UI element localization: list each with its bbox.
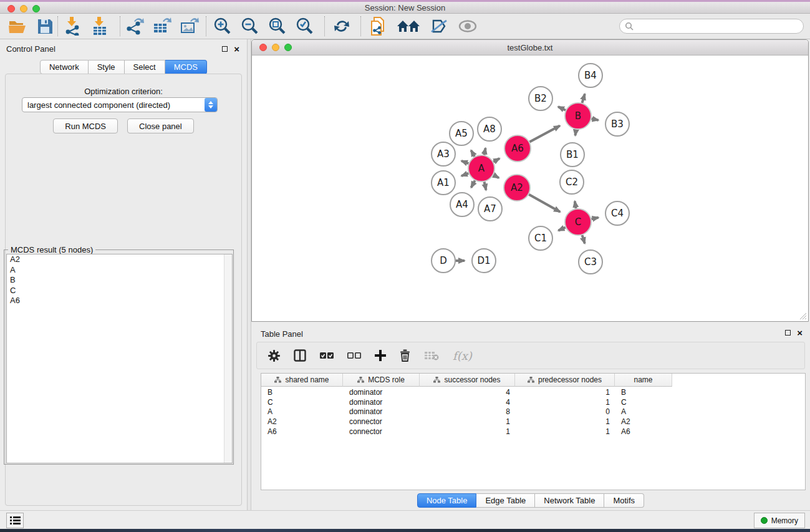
node-A8[interactable]: A8 (478, 117, 501, 141)
network-window-titlebar[interactable]: testGlobe.txt (252, 40, 808, 56)
zoom-in-icon[interactable] (212, 16, 232, 36)
tab-edge-table[interactable]: Edge Table (476, 493, 535, 508)
edge-A-A4[interactable] (471, 180, 475, 187)
node-table[interactable]: shared nameMCDS rolesuccessor nodesprede… (261, 373, 806, 490)
network-graph[interactable]: AA1A2A3A4A5A6A7A8BB1B2B3B4CC1C2C3C4DD1 (252, 56, 808, 321)
deselect-all-icon[interactable] (347, 351, 361, 360)
table-row[interactable]: Adominator80A (261, 407, 805, 417)
tab-node-table[interactable]: Node Table (417, 493, 477, 508)
node-C[interactable]: C (565, 209, 591, 235)
select-all-icon[interactable] (320, 351, 334, 360)
edge-A-A2[interactable] (493, 175, 499, 178)
network-minimize-button[interactable] (272, 44, 279, 51)
edge-A-A6[interactable] (493, 158, 499, 162)
function-builder-icon[interactable]: f(x) (453, 349, 472, 362)
network-canvas[interactable]: AA1A2A3A4A5A6A7A8BB1B2B3B4CC1C2C3C4DD1 (252, 56, 808, 321)
tab-network-table[interactable]: Network Table (535, 493, 604, 508)
export-image-icon[interactable] (180, 16, 200, 36)
edge-A2-C[interactable] (529, 195, 560, 212)
search-input[interactable] (634, 20, 803, 32)
delete-row-icon[interactable] (400, 349, 410, 362)
edge-B-B2[interactable] (558, 107, 566, 110)
node-B2[interactable]: B2 (529, 87, 552, 110)
node-B1[interactable]: B1 (561, 143, 584, 167)
close-panel-button[interactable]: Close panel (127, 118, 194, 133)
open-session-icon[interactable] (7, 16, 27, 36)
edge-B-B1[interactable] (576, 130, 576, 136)
zoom-selected-icon[interactable] (294, 16, 314, 36)
column-header-MCDS-role[interactable]: MCDS role (343, 374, 420, 387)
table-row[interactable]: Cdominator41C (261, 397, 805, 407)
node-C2[interactable]: C2 (560, 170, 584, 194)
import-table-icon[interactable] (90, 16, 110, 36)
result-item-b[interactable]: B (7, 275, 232, 286)
result-scrollbar[interactable] (224, 254, 232, 463)
import-network-icon[interactable] (62, 16, 82, 36)
column-header-shared-name[interactable]: shared name (261, 374, 343, 387)
edge-A-A5[interactable] (471, 150, 475, 157)
edge-A-A8[interactable] (484, 148, 485, 155)
node-A1[interactable]: A1 (432, 171, 455, 195)
home-icon[interactable] (397, 16, 420, 36)
close-panel-icon[interactable]: × (234, 44, 239, 54)
node-D[interactable]: D (432, 249, 455, 273)
hide-labels-icon[interactable] (429, 16, 449, 36)
tab-motifs[interactable]: Motifs (604, 493, 644, 508)
edge-B-B3[interactable] (592, 118, 599, 120)
node-C4[interactable]: C4 (605, 201, 629, 225)
close-window-button[interactable] (7, 5, 15, 12)
node-B[interactable]: B (565, 103, 591, 129)
optimization-criterion-select[interactable]: largest connected component (directed) (22, 97, 218, 112)
edge-A-A7[interactable] (485, 182, 486, 190)
result-item-a[interactable]: A (7, 265, 232, 276)
node-D1[interactable]: D1 (472, 249, 496, 273)
zoom-window-button[interactable] (32, 5, 40, 12)
edge-C-C4[interactable] (592, 218, 599, 220)
node-B3[interactable]: B3 (605, 112, 629, 136)
delete-table-icon[interactable] (424, 351, 439, 360)
edge-A-A3[interactable] (461, 161, 468, 163)
zoom-fit-icon[interactable] (267, 16, 287, 36)
node-C1[interactable]: C1 (529, 226, 552, 250)
tab-mcds[interactable]: MCDS (165, 60, 207, 74)
tab-style[interactable]: Style (89, 60, 125, 74)
edge-C-C2[interactable] (575, 201, 576, 209)
node-C3[interactable]: C3 (579, 250, 602, 274)
edge-A-A1[interactable] (461, 173, 468, 176)
node-A6[interactable]: A6 (504, 135, 531, 162)
edge-B-B4[interactable] (582, 94, 585, 103)
node-A7[interactable]: A7 (478, 197, 502, 221)
show-columns-icon[interactable] (294, 349, 306, 362)
minimize-window-button[interactable] (20, 5, 27, 12)
panel-splitter[interactable] (247, 39, 251, 510)
column-header-successor-nodes[interactable]: successor nodes (420, 374, 515, 387)
column-header-name[interactable]: name (615, 374, 672, 387)
task-history-button[interactable] (6, 513, 24, 528)
result-item-a6[interactable]: A6 (7, 296, 232, 306)
table-settings-icon[interactable] (268, 350, 280, 362)
edge-C-C3[interactable] (582, 235, 585, 243)
column-header-predecessor-nodes[interactable]: predecessor nodes (515, 374, 615, 387)
node-A3[interactable]: A3 (432, 142, 455, 166)
export-network-icon[interactable] (125, 16, 145, 36)
clone-network-icon[interactable] (368, 16, 388, 36)
export-table-icon[interactable] (152, 16, 172, 36)
mcds-result-list[interactable]: A2ABCA6 (6, 254, 233, 463)
node-A2[interactable]: A2 (504, 175, 530, 201)
table-row[interactable]: Bdominator41B (261, 387, 805, 397)
network-zoom-button[interactable] (284, 44, 292, 51)
tab-select[interactable]: Select (125, 60, 165, 74)
edge-C-C1[interactable] (558, 228, 565, 231)
float-table-panel-icon[interactable] (785, 330, 791, 336)
edge-A6-B[interactable] (529, 126, 560, 142)
save-session-icon[interactable] (35, 16, 55, 36)
memory-button[interactable]: Memory (754, 513, 805, 528)
refresh-icon[interactable] (332, 16, 352, 36)
result-item-a2[interactable]: A2 (7, 254, 232, 265)
network-close-button[interactable] (259, 44, 267, 51)
tab-network[interactable]: Network (40, 60, 89, 74)
search-field[interactable] (619, 19, 804, 34)
zoom-out-icon[interactable] (239, 16, 259, 36)
node-B4[interactable]: B4 (579, 64, 602, 87)
node-A[interactable]: A (468, 155, 494, 181)
